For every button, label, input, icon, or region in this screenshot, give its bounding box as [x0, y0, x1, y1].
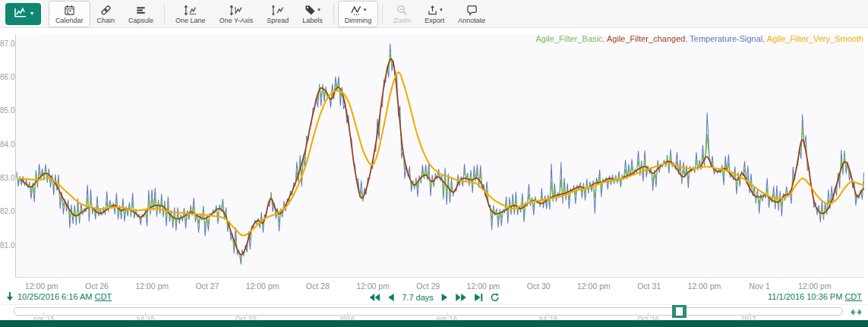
toolbar-button-label: Calendar [55, 17, 84, 24]
x-axis-tick-label: 12:00 pm [246, 281, 279, 291]
y-axis-tick-label: 83.0 [0, 174, 13, 182]
x-axis-tick-label: Oct 30 [527, 281, 551, 291]
y-axis-tick-label: 86.0 [0, 73, 13, 81]
x-axis-tick-label: 12:00 pm [356, 281, 390, 291]
x-axis-tick-label: 12:00 pm [577, 281, 611, 291]
chart-legend: Agile_Filter_Basic, Agile_Filter_changed… [535, 34, 863, 43]
toolbar-button-one-y-axis[interactable]: One Y-Axis [213, 1, 260, 27]
legend-item[interactable]: Agile_Filter_Very_Smooth [767, 34, 863, 43]
legend-item[interactable]: Temperature-Signal [690, 34, 762, 43]
x-axis-tick-label: Oct 27 [195, 281, 219, 291]
x-axis-tick-label: 12:00 pm [687, 281, 721, 291]
toolbar-button-label: One Lane [175, 17, 206, 24]
toolbar-button-chain[interactable]: Chain [90, 1, 122, 27]
toolbar-button-label: Labels [302, 17, 323, 24]
x-axis-tick-label: 12:00 pm [467, 281, 500, 291]
toolbar-button-dimming[interactable]: ▾Dimming [338, 1, 379, 27]
display-range-end: 11/1/2016 10:36 PM CDT [768, 292, 862, 301]
investigate-timebar: Apr '15Jul '15Oct '152016Apr '16Jul '16O… [0, 304, 868, 321]
y-axis-tick-label: 81.0 [0, 241, 13, 250]
x-axis-tick-label: 12:00 pm [25, 281, 58, 291]
trend-view-menu-button[interactable]: ▾ [5, 3, 41, 25]
toolbar-button-label: Capsule [128, 17, 153, 24]
bottom-status-strip [0, 320, 868, 327]
x-axis-tick-label: Nov 1 [749, 281, 769, 291]
display-range-start: 10/25/2016 6:16 AM CDT [17, 292, 112, 301]
toolbar-separator [382, 4, 383, 24]
toolbar-button-calendar[interactable]: Calendar [49, 1, 90, 27]
trend-icon [13, 7, 28, 21]
chevron-down-icon: ▾ [440, 7, 443, 12]
step-forward-double-icon[interactable] [456, 294, 467, 301]
x-axis-tick-label: Oct 28 [306, 281, 330, 291]
trend-chart-region: Agile_Filter_Basic, Agile_Filter_changed… [0, 28, 868, 292]
spread-icon [271, 5, 284, 16]
chevron-down-icon: ▾ [317, 7, 320, 12]
legend-item[interactable]: Agile_Filter_Basic [535, 34, 602, 43]
toolbar-separator [333, 4, 334, 24]
display-range-bar: 10/25/2016 6:16 AM CDT 7.7 days 11/1/201… [0, 292, 868, 304]
refresh-icon[interactable] [491, 293, 500, 302]
x-axis-tick-label: 12:00 pm [135, 281, 169, 291]
toolbar-button-one-lane[interactable]: One Lane [169, 1, 213, 27]
step-back-icon[interactable] [387, 294, 394, 301]
toolbar: ▾ CalendarChainCapsuleOne LaneOne Y-Axis… [0, 0, 868, 28]
toolbar-button-zoom: Zoom [387, 1, 418, 27]
step-forward-icon[interactable] [441, 294, 448, 301]
annotate-icon [466, 5, 478, 16]
calendar-icon [64, 5, 75, 16]
toolbar-button-label: Chain [97, 17, 115, 24]
chevron-down-icon: ▾ [364, 7, 367, 12]
zoom-icon [396, 5, 408, 16]
y-axis-tick-label: 87.0 [0, 39, 13, 48]
step-to-end-icon[interactable] [475, 294, 483, 301]
dimming-icon [350, 5, 362, 16]
toolbar-button-label: Zoom [393, 17, 411, 24]
trend-plot-area[interactable] [15, 34, 864, 278]
chevron-down-icon: ▾ [30, 11, 33, 17]
x-axis-tick-label: 12:00 pm [798, 281, 832, 291]
toolbar-button-label: Export [425, 17, 444, 24]
toolbar-separator [164, 4, 165, 24]
timezone-link-end[interactable]: CDT [844, 292, 862, 301]
timezone-link-start[interactable]: CDT [95, 292, 112, 301]
jump-to-start-icon[interactable] [6, 292, 14, 301]
y-axis-tick-label: 82.0 [0, 207, 13, 215]
one-lane-icon [184, 5, 197, 16]
x-axis-tick-label: Oct 26 [85, 281, 109, 291]
toolbar-button-label: Annotate [458, 17, 485, 24]
toolbar-button-labels[interactable]: ▾Labels [295, 1, 330, 27]
toolbar-button-capsule[interactable]: Capsule [122, 1, 160, 27]
y-axis-tick-label: 84.0 [0, 140, 13, 149]
display-range-duration[interactable]: 7.7 days [402, 293, 434, 302]
toolbar-button-label: Spread [267, 17, 289, 24]
legend-item[interactable]: Agile_Filter_changed [607, 34, 685, 43]
one-y-axis-icon [229, 5, 242, 16]
trend-canvas[interactable] [16, 34, 864, 277]
chain-icon [100, 5, 112, 16]
toolbar-button-annotate[interactable]: Annotate [451, 1, 492, 27]
x-axis-tick-label: Oct 29 [416, 281, 440, 291]
labels-icon [305, 5, 316, 16]
range-navigation: 7.7 days [368, 293, 500, 302]
toolbar-button-label: Dimming [345, 17, 372, 24]
capsule-icon [135, 5, 147, 16]
step-back-double-icon[interactable] [368, 294, 380, 301]
toolbar-button-label: One Y-Axis [219, 17, 254, 24]
x-axis-tick-label: Oct 31 [637, 281, 661, 291]
y-axis-tick-label: 85.0 [0, 106, 13, 115]
timebar-selection-handle[interactable] [672, 305, 687, 318]
export-icon [427, 5, 438, 16]
toolbar-button-spread[interactable]: Spread [260, 1, 295, 27]
toolbar-button-export[interactable]: ▾Export [418, 1, 451, 27]
expand-range-icon[interactable] [851, 307, 862, 320]
